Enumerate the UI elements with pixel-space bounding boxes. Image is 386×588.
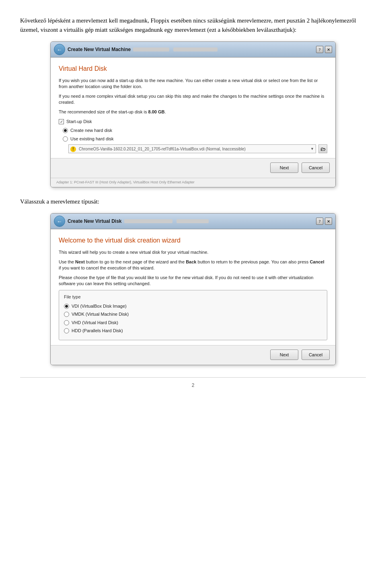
dialog2-radio-vhd-label: VHD (Virtual Hard Disk)	[72, 319, 118, 326]
dialog2-desc2-back: Back	[186, 259, 196, 264]
disk-selector-row: ! ChromeOS-Vanilla-1602.0.2012_01_20_170…	[68, 144, 327, 153]
dialog2-section-title: Welcome to the virtual disk creation wiz…	[59, 236, 327, 245]
radio-use-existing-circle[interactable]	[63, 136, 68, 142]
dialog2-cancel-btn[interactable]: Cancel	[302, 350, 330, 360]
dialog1-desc3-prefix: The recommended size of the start-up dis…	[59, 109, 148, 114]
radio-use-existing[interactable]: Use existing hard disk	[63, 136, 327, 142]
dialog1-desc2: If you need a more complex virtual disk …	[59, 93, 327, 106]
dialog2-radio-hdd[interactable]: HDD (Parallels Hard Disk)	[64, 327, 322, 334]
dialog2-body: Welcome to the virtual disk creation wiz…	[51, 229, 335, 345]
dialog2-help-btn[interactable]: ?	[316, 218, 323, 225]
dialog1-network-footer: Adapter 1: PCnet-FAST III (Host Only Ada…	[51, 178, 335, 187]
dialog2-desc1: This wizard will help you to create a ne…	[59, 249, 327, 255]
startup-disk-row[interactable]: ✓ Start-up Disk	[59, 118, 327, 125]
dialog2-desc2-next: Next	[75, 259, 85, 264]
dialog2-radio-vmdk[interactable]: VMDK (Virtual Machine Disk)	[64, 311, 322, 318]
dialog1-next-btn[interactable]: Next	[270, 162, 298, 173]
radio-create-new-circle[interactable]	[63, 128, 68, 133]
dialog2-titlebar-controls: ? ✕	[316, 218, 332, 225]
warn-icon: !	[70, 146, 76, 152]
dialog1-title: Create New Virtual Machine	[68, 46, 131, 53]
dialog1-section-title: Virtual Hard Disk	[59, 64, 327, 74]
dialog2-radio-vdi-label: VDI (VirtualBox Disk Image)	[72, 303, 127, 310]
dialog1-titlebar-controls: ? ✕	[316, 46, 332, 53]
dialog1-box: ← Create New Virtual Machine ? ✕ Virtual…	[50, 41, 336, 187]
dialog2-desc2: Use the Next button to go to the next pa…	[59, 259, 327, 271]
dialog1-titlebar-left: ← Create New Virtual Machine	[54, 44, 218, 55]
dialog2-radio-vhd[interactable]: VHD (Virtual Hard Disk)	[64, 319, 322, 326]
dialog2-blurred1	[124, 219, 172, 223]
disk-selector-combo-icon: !	[70, 146, 77, 152]
dialog2-desc2-prefix: Use the	[59, 259, 75, 264]
dialog1-wrapper: ← Create New Virtual Machine ? ✕ Virtual…	[20, 41, 366, 187]
disk-selector-combo[interactable]: ! ChromeOS-Vanilla-1602.0.2012_01_20_170…	[68, 144, 316, 153]
dialog2-radio-vmdk-label: VMDK (Virtual Machine Disk)	[72, 311, 129, 318]
radio-create-new[interactable]: Create new hard disk	[63, 127, 327, 134]
startup-disk-label: Start-up Disk	[66, 118, 92, 125]
dialog1-help-btn[interactable]: ?	[316, 46, 323, 53]
radio-use-existing-label: Use existing hard disk	[70, 136, 114, 142]
dialog2-desc2-mid: button to go to the next page of the wiz…	[85, 259, 186, 264]
dialog2-titlebar: ← Create New Virtual Disk ? ✕	[51, 214, 335, 229]
dialog2-titlebar-left: ← Create New Virtual Disk	[54, 216, 209, 227]
radio-create-new-label: Create new hard disk	[70, 127, 112, 134]
dialog2-box: ← Create New Virtual Disk ? ✕ Welcome to…	[50, 213, 336, 365]
dialog2-radio-hdd-label: HDD (Parallels Hard Disk)	[72, 327, 123, 334]
dialog2-desc2-mid2: button to return to the previous page. Y…	[196, 259, 310, 264]
dialog2-back-arrow[interactable]: ←	[54, 216, 65, 227]
bottom-bar: 2	[20, 377, 366, 391]
dialog2-radio-vhd-circle[interactable]	[64, 320, 69, 325]
dialog1-blurred2	[173, 47, 218, 51]
dialog1-body: Virtual Hard Disk If you wish you can no…	[51, 58, 335, 158]
dialog2-wrapper: ← Create New Virtual Disk ? ✕ Welcome to…	[20, 213, 366, 365]
page-number: 2	[192, 382, 195, 388]
dialog1-cancel-btn[interactable]: Cancel	[302, 162, 330, 173]
dialog2-radio-vmdk-circle[interactable]	[64, 312, 69, 317]
combo-folder-btn[interactable]: 🗁	[318, 144, 327, 153]
dialog1-titlebar: ← Create New Virtual Machine ? ✕	[51, 42, 335, 58]
dialog2-desc2-end: if you want to cancel the execution of t…	[59, 265, 154, 270]
section2-label: Válasszuk a merevlemez típusát:	[20, 197, 366, 206]
dialog2-close-btn[interactable]: ✕	[325, 218, 332, 225]
dialog2-desc2-cancel: Cancel	[310, 259, 324, 264]
dialog2-next-btn[interactable]: Next	[270, 350, 298, 360]
dialog2-group-box: File type VDI (VirtualBox Disk Image) VM…	[59, 290, 327, 340]
dialog1-back-arrow[interactable]: ←	[54, 44, 65, 55]
dialog1-close-btn[interactable]: ✕	[325, 46, 332, 53]
dialog2-group-title: File type	[64, 294, 322, 300]
dialog1-footer: Next Cancel	[51, 158, 335, 178]
disk-selector-combo-text: ChromeOS-Vanilla-1602.0.2012_01_20_1705-…	[79, 146, 310, 152]
dialog1-desc3-size: 8.00 GB	[148, 109, 165, 114]
dialog1-desc1: If you wish you can now add a start-up d…	[59, 78, 327, 90]
intro-paragraph: Következő lépésként a merevlemezt kell m…	[20, 16, 366, 34]
dialog2-blurred2	[177, 219, 209, 223]
dialog2-desc3: Please choose the type of file that you …	[59, 275, 327, 287]
dialog2-title: Create New Virtual Disk	[68, 218, 122, 225]
dialog2-radio-vdi[interactable]: VDI (VirtualBox Disk Image)	[64, 303, 322, 310]
dialog1-blurred1	[133, 47, 169, 51]
dialog1-desc3: The recommended size of the start-up dis…	[59, 109, 327, 115]
dialog1-desc3-suffix: .	[165, 109, 166, 114]
dialog2-footer: Next Cancel	[51, 345, 335, 365]
dialog2-radio-hdd-circle[interactable]	[64, 328, 69, 333]
startup-disk-checkbox[interactable]: ✓	[59, 119, 64, 124]
combo-dropdown-arrow[interactable]: ▼	[310, 146, 314, 152]
dialog2-radio-vdi-circle[interactable]	[64, 304, 69, 309]
